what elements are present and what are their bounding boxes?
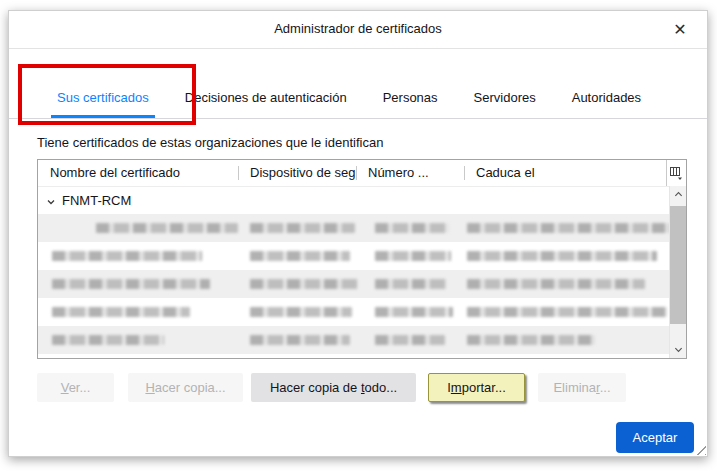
tab-autoridades[interactable]: Autoridades [564,90,649,118]
column-header-numero[interactable]: Número ... [356,160,464,186]
chevron-down-icon [46,195,56,205]
description-text: Tiene certificados de estas organizacion… [37,135,383,150]
table-body: FNMT-RCM [38,186,686,358]
redacted-cell [375,335,445,345]
column-header-nombre[interactable]: Nombre del certificado [38,160,238,186]
redacted-cell [467,223,671,233]
redacted-cell [52,251,202,261]
redacted-cell [375,279,447,289]
redacted-cell [467,335,595,345]
group-label: FNMT-RCM [62,193,131,208]
table-row-redacted[interactable] [38,298,686,326]
redacted-cell [375,223,449,233]
redacted-cell [250,223,355,233]
table-header: Nombre del certificado Dispositivo de se… [38,160,686,187]
tab-sus-certificados[interactable]: Sus certificados [49,90,157,118]
tab-decisiones-autenticacion[interactable]: Decisiones de autenticación [177,90,355,118]
redacted-cell [250,335,350,345]
redacted-cell [250,279,358,289]
certificate-manager-dialog: Administrador de certificados ✕ Sus cert… [8,10,708,457]
scrollbar-thumb[interactable] [670,206,686,324]
column-header-caduca[interactable]: Caduca el [464,160,666,186]
table-row-redacted[interactable] [38,242,686,270]
vertical-scrollbar[interactable] [669,186,686,358]
backup-button: Hacer copia... [128,373,243,402]
table-row-redacted[interactable] [38,270,669,298]
tabstrip: Sus certificados Decisiones de autentica… [9,49,707,119]
titlebar: Administrador de certificados ✕ [9,11,707,49]
redacted-cell [96,223,238,233]
redacted-cell [52,335,164,345]
table-row-redacted[interactable] [38,214,669,242]
table-row-redacted[interactable] [38,326,669,354]
backup-all-button[interactable]: Hacer copia de todo... [251,373,416,402]
column-picker-icon[interactable] [666,160,686,186]
table-row-group-fnmt-rcm[interactable]: FNMT-RCM [38,186,686,214]
column-header-dispositivo[interactable]: Dispositivo de seg... [238,160,356,186]
import-button[interactable]: Importar... [428,373,525,402]
close-icon[interactable]: ✕ [669,19,691,41]
redacted-cell [375,251,451,261]
redacted-cell [52,307,190,317]
redacted-cell [467,251,657,261]
accept-button[interactable]: Aceptar [616,422,694,453]
resize-grip-icon[interactable] [693,442,706,455]
certificates-table: Nombre del certificado Dispositivo de se… [37,159,687,359]
redacted-cell [250,307,352,317]
tab-servidores[interactable]: Servidores [466,90,544,118]
scroll-down-icon[interactable] [670,341,686,358]
redacted-cell [250,251,350,261]
tab-personas[interactable]: Personas [375,90,446,118]
delete-button: Eliminar... [538,373,626,402]
redacted-cell [467,307,667,317]
redacted-cell [52,279,210,289]
redacted-cell [467,279,645,289]
scroll-up-icon[interactable] [670,186,686,203]
redacted-cell [375,307,453,317]
view-button: Ver... [37,373,114,402]
dialog-title: Administrador de certificados [9,21,707,36]
